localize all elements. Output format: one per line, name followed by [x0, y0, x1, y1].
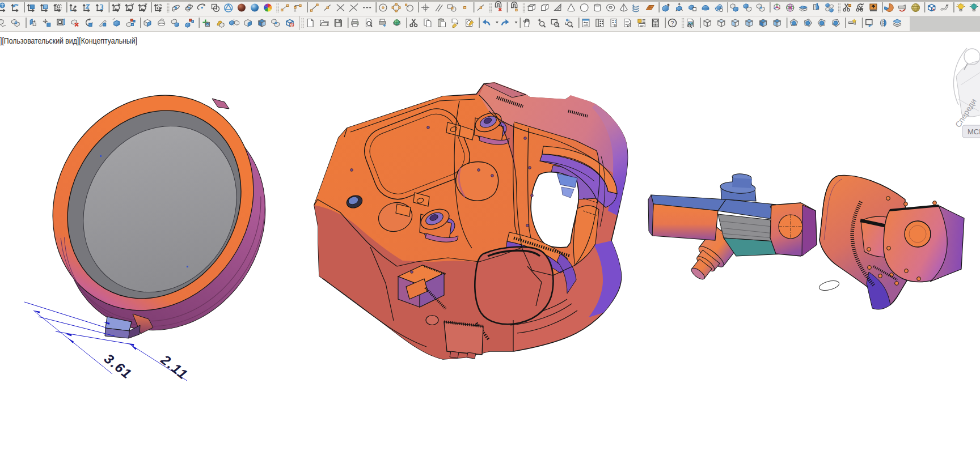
svg-text:][Пользовательский вид][Концеп: ][Пользовательский вид][Концептуальный]: [0, 36, 137, 45]
svg-text:МСК: МСК: [968, 127, 980, 136]
